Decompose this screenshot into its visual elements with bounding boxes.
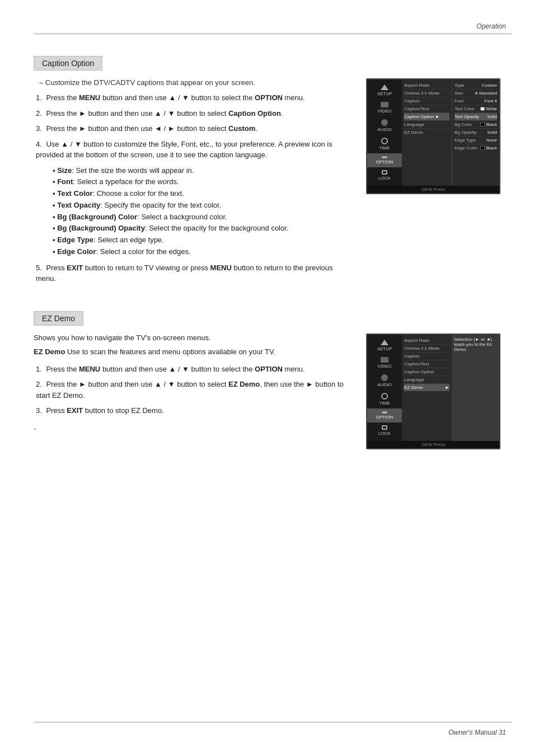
ez-inline-label: EZ Demo — [34, 348, 65, 356]
sidebar2-setup: SETUP — [367, 337, 402, 354]
ez-text-col: Shows you how to navigate the TV's on-sc… — [34, 334, 355, 433]
menu-row-ez-demo: EZ Demo — [404, 129, 449, 136]
bullet-edge-type: Edge Type: Select an edge type. — [50, 234, 355, 246]
menu-row-language: Language — [404, 121, 449, 129]
top-rule — [34, 34, 512, 34]
sidebar2-video: VIDEO — [367, 354, 402, 372]
bullet-text-color: Text Color: Choose a color for the text. — [50, 188, 355, 200]
page-footer: Owner's Manual 31 — [448, 729, 506, 736]
sidebar-time: TIME — [367, 135, 402, 153]
tv-menu-sidebar: SETUP VIDEO AUDIO — [367, 79, 402, 186]
val-row-style: StyleCustom — [455, 82, 497, 90]
menu-row-cinema: Cinema 3:2 Mode — [404, 90, 449, 97]
page-container: Operation Caption Option Customize the D… — [0, 0, 534, 756]
caption-text-col: Customize the DTV/CADTV captions that ap… — [34, 78, 355, 289]
ez-demo-panel: Selection (► or ◄) leads you to the Ez D… — [452, 335, 499, 441]
ez-panel-text: Selection (► or ◄) leads you to the Ez D… — [454, 337, 497, 352]
tv-menu2-sidebar: SETUP VIDEO AUDIO — [367, 335, 402, 441]
tv-menu-right-values: StyleCustom SizeA Standard FontFont 6 — [452, 79, 499, 186]
val-row-bg-color: Bg ColorBlack — [455, 121, 497, 129]
caption-option-label: Caption Option — [34, 56, 506, 78]
menu2-row-ez-demo: EZ Demo► — [404, 384, 449, 391]
audio2-icon — [381, 374, 388, 381]
caption-description: Customize the DTV/CADTV captions that ap… — [34, 78, 355, 87]
step-3: 3. Press the ► button and then use ◄ / ►… — [34, 123, 355, 134]
sidebar-audio: AUDIO — [367, 116, 402, 135]
menu2-row-language: Language — [404, 376, 449, 384]
menu-row-caption-option: Caption Option ► — [404, 113, 449, 121]
tv-menu-1-footer: GEW Press — [367, 186, 499, 193]
menu2-row-caption-option: Caption Option — [404, 368, 449, 376]
step-4: 4. Use ▲ / ▼ button to customize the Sty… — [34, 139, 355, 161]
lock-icon — [382, 170, 387, 175]
ez-demo-title: EZ Demo — [34, 311, 83, 326]
menu-row-caption-text: Caption/Text — [404, 105, 449, 113]
val-row-text-opacity: Text OpacitySolid — [455, 113, 497, 121]
val-row-edge-type: Edge TypeNone — [455, 137, 497, 144]
sidebar2-lock: LOCK — [367, 422, 402, 439]
header-section-label: Operation — [476, 22, 506, 30]
menu2-row-caption-text: Caption/Text — [404, 360, 449, 368]
caption-bullets: Size: Set the size the words will appear… — [50, 165, 355, 258]
sidebar2-audio: AUDIO — [367, 372, 402, 390]
sidebar-setup: SETUP — [367, 82, 402, 99]
time-icon — [381, 138, 388, 144]
bullet-text-opacity: Text Opacity: Specify the opacity for th… — [50, 200, 355, 212]
ez-menu-image: SETUP VIDEO AUDIO — [366, 334, 506, 449]
bullet-edge-color: Edge Color: Select a color for the edges… — [50, 246, 355, 258]
option-icon — [382, 156, 387, 158]
bullet-bg-opacity: Bg (Background) Opacity: Select the opac… — [50, 223, 355, 234]
val-row-bg-opacity: Bg OpacitySolid — [455, 129, 497, 137]
caption-two-col: Customize the DTV/CADTV captions that ap… — [34, 78, 506, 289]
time2-icon — [381, 393, 388, 400]
tv-menu2-list: Aspect Ratio Cinema 3:2 Mode Caption Cap… — [402, 335, 452, 441]
ez-step-3: 3. Press EXIT button to stop EZ Demo. — [34, 405, 355, 416]
val-row-text-color: Text ColorWhite — [455, 105, 497, 113]
ez-step-1: 1. Press the MENU button and then use ▲ … — [34, 364, 355, 375]
caption-option-section: Caption Option Customize the DTV/CADTV c… — [34, 56, 506, 289]
main-content: Caption Option Customize the DTV/CADTV c… — [34, 39, 506, 717]
val-row-edge-color: Edge ColorBlack — [455, 144, 497, 152]
sidebar-option: OPTION — [367, 153, 402, 167]
ez-step-2: 2. Press the ► button and then use ▲ / ▼… — [34, 379, 355, 401]
footer-text: Owner's Manual 31 — [448, 729, 506, 736]
menu2-row-aspect: Aspect Ratio — [404, 337, 449, 345]
sidebar2-time: TIME — [367, 390, 402, 408]
option2-icon — [382, 411, 387, 414]
video2-icon — [381, 357, 388, 363]
audio-icon — [381, 119, 388, 126]
bottom-rule — [34, 722, 512, 722]
caption-option-title: Caption Option — [34, 56, 102, 71]
ez-demo-section: EZ Demo Shows you how to navigate the TV… — [34, 311, 506, 449]
setup-icon — [381, 84, 388, 90]
tv-menu-1: SETUP VIDEO AUDIO — [366, 78, 500, 194]
ez-two-col: Shows you how to navigate the TV's on-sc… — [34, 334, 506, 449]
sidebar2-option: OPTION — [367, 408, 402, 422]
step-5: 5. Press EXIT button to return to TV vie… — [34, 262, 355, 284]
operation-header: Operation — [476, 22, 506, 30]
ez-inline-text: Use to scan the features and menu option… — [67, 348, 275, 356]
video-icon — [381, 102, 388, 107]
step-1: 1. Press the MENU button and then use ▲ … — [34, 92, 355, 104]
tv-menu-left-list: Aspect Ratio Cinema 3:2 Mode Caption Cap… — [402, 79, 452, 186]
val-row-font: FontFont 6 — [455, 97, 497, 105]
ez-inline-desc: EZ Demo Use to scan the features and men… — [34, 348, 355, 356]
bullet-size: Size: Set the size the words will appear… — [50, 165, 355, 177]
step-2: 2. Press the ► button and then use ▲ / ▼… — [34, 108, 355, 119]
ez-description: Shows you how to navigate the TV's on-sc… — [34, 334, 355, 342]
ez-demo-label: EZ Demo — [34, 311, 506, 334]
val-row-size: SizeA Standard — [455, 90, 497, 97]
sidebar-lock: LOCK — [367, 167, 402, 184]
sidebar-video: VIDEO — [367, 99, 402, 116]
menu2-row-caption: Caption — [404, 353, 449, 360]
bullet-bg-color: Bg (Background) Color: Select a backgrou… — [50, 212, 355, 223]
tv-menu-2-footer: GEW Press — [367, 441, 499, 448]
menu2-row-cinema: Cinema 3:2 Mode — [404, 345, 449, 353]
setup2-icon — [381, 340, 388, 345]
menu-row-caption: Caption — [404, 97, 449, 105]
tv-menu-2: SETUP VIDEO AUDIO — [366, 334, 500, 449]
lock2-icon — [382, 425, 387, 430]
period-mark: . — [34, 421, 355, 433]
caption-menu-image: SETUP VIDEO AUDIO — [366, 78, 506, 194]
menu-row-aspect: Aspect Ratio — [404, 82, 449, 90]
